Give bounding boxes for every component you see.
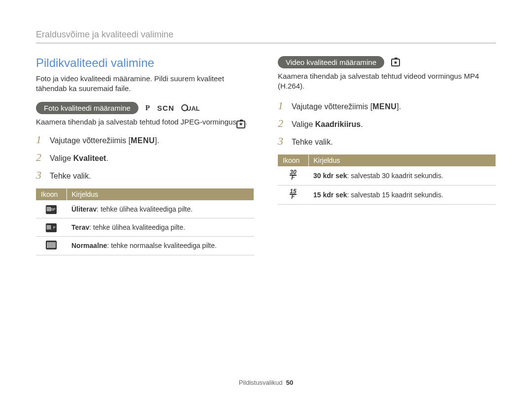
page-header: Eraldusvõime ja kvaliteedi valimine (36, 30, 496, 40)
step-text: Tehke valik. (50, 172, 91, 181)
video-desc: Kaamera tihendab ja salvestab tehtud vid… (278, 71, 496, 91)
step-1: 1 Vajutage võtterežiimis [MENU]. (36, 133, 254, 146)
step-number: 3 (36, 169, 45, 182)
cell-icon: SF (36, 200, 66, 218)
quality-sf-icon: SF (46, 205, 57, 214)
video-pill: Video kvaliteedi määramine (278, 56, 384, 68)
left-column: Pildikvaliteedi valimine Foto ja video k… (36, 56, 254, 255)
table-header-row: Ikoon Kirjeldus (36, 188, 254, 200)
menu-label: MENU (131, 136, 155, 145)
step-number: 1 (278, 99, 287, 112)
table-row: 30 F 30 kdr sek: salvestab 30 kaadrit se… (278, 166, 496, 185)
th-desc: Kirjeldus (308, 154, 496, 166)
cell-desc: Normaalne: tehke normaalse kvaliteediga … (66, 236, 254, 255)
page: Eraldusvõime ja kvaliteedi valimine Pild… (0, 0, 532, 401)
step-text: Valige Kvaliteet. (50, 154, 108, 163)
camera-icon: ★ (391, 59, 400, 66)
video-steps: 1 Vajutage võtterežiimis [MENU]. 2 Valig… (278, 99, 496, 148)
step-text: Tehke valik. (292, 138, 333, 147)
cell-icon: 30 F (278, 166, 308, 185)
cell-desc: 15 kdr sek: salvestab 15 kaadrit sekundi… (308, 185, 496, 205)
step-number: 3 (278, 135, 287, 148)
mode-dual-icon: UAL (181, 104, 200, 112)
video-quality-table: Ikoon Kirjeldus 30 F 30 kdr sek: salvest… (278, 154, 496, 205)
step-1: 1 Vajutage võtterežiimis [MENU]. (278, 99, 496, 112)
table-row: 15 F 15 kdr sek: salvestab 15 kaadrit se… (278, 185, 496, 205)
section-title: Pildikvaliteedi valimine (36, 56, 254, 70)
th-icon: Ikoon (278, 154, 308, 166)
table-row: F Terav: tehke ülihea kvaliteediga pilte… (36, 218, 254, 236)
step-2: 2 Valige Kvaliteet. (36, 151, 254, 164)
page-number: 50 (286, 379, 293, 386)
foto-steps: 1 Vajutage võtterežiimis [MENU]. 2 Valig… (36, 133, 254, 182)
mode-scn-icon: SCN (157, 104, 174, 112)
fps-15-icon: 15 F (290, 189, 296, 199)
cell-icon: F (36, 218, 66, 236)
cell-icon (36, 236, 66, 255)
columns: Pildikvaliteedi valimine Foto ja video k… (36, 56, 496, 255)
right-column: Video kvaliteedi määramine ★ Kaamera tih… (278, 56, 496, 255)
video-heading-row: Video kvaliteedi määramine ★ (278, 56, 496, 68)
table-row: Normaalne: tehke normaalse kvaliteediga … (36, 236, 254, 255)
step-number: 2 (278, 117, 287, 130)
step-3: 3 Tehke valik. (36, 169, 254, 182)
th-desc: Kirjeldus (66, 188, 254, 200)
step-3: 3 Tehke valik. (278, 135, 496, 148)
mode-p-icon: P (145, 104, 150, 112)
step-number: 1 (36, 133, 45, 146)
cell-desc: Üliterav: tehke ülihea kvaliteediga pilt… (66, 200, 254, 218)
camera-icon: ★ (236, 121, 245, 128)
menu-label: MENU (372, 102, 397, 111)
cell-icon: 15 F (278, 185, 308, 205)
intro-text: Foto ja video kvaliteedi määramine. Pild… (36, 74, 254, 93)
foto-pill: Foto kvaliteedi määramine (36, 102, 138, 114)
cell-desc: 30 kdr sek: salvestab 30 kaadrit sekundi… (308, 166, 496, 185)
foto-heading-row: Foto kvaliteedi määramine P SCN UAL (36, 102, 254, 114)
foto-quality-table: Ikoon Kirjeldus SF Üliterav: tehke ülihe… (36, 188, 254, 255)
table-row: SF Üliterav: tehke ülihea kvaliteediga p… (36, 200, 254, 218)
th-icon: Ikoon (36, 188, 66, 200)
footer-section: Pildistusvalikud (239, 379, 283, 386)
quality-f-icon: F (46, 223, 57, 232)
fps-30-icon: 30 F (290, 170, 296, 180)
step-2: 2 Valige Kaadrikiirus. (278, 117, 496, 130)
step-text: Valige Kaadrikiirus. (292, 120, 363, 129)
step-text: Vajutage võtterežiimis [MENU]. (292, 102, 401, 111)
quality-n-icon (46, 241, 57, 249)
table-header-row: Ikoon Kirjeldus (278, 154, 496, 166)
header-rule (36, 43, 496, 43)
step-number: 2 (36, 151, 45, 164)
step-text: Vajutage võtterežiimis [MENU]. (50, 136, 159, 145)
cell-desc: Terav: tehke ülihea kvaliteediga pilte. (66, 218, 254, 236)
foto-desc: Kaamera tihendab ja salvestab tehtud fot… (36, 117, 254, 128)
footer: Pildistusvalikud 50 (0, 379, 532, 386)
